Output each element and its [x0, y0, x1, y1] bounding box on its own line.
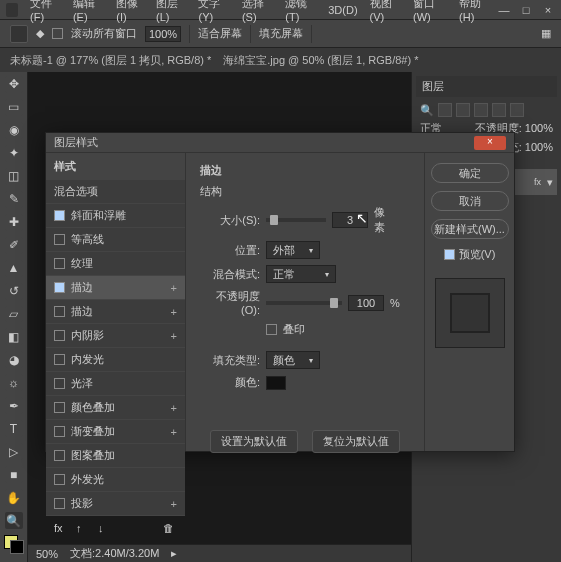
drop-shadow-row[interactable]: 投影+	[46, 492, 185, 516]
filter-shape-icon[interactable]	[492, 103, 506, 117]
add-drop-shadow-icon[interactable]: +	[171, 498, 177, 510]
menu-filter[interactable]: 滤镜(T)	[279, 0, 322, 23]
eyedropper-tool-icon[interactable]: ✎	[5, 191, 23, 208]
trash-icon[interactable]: 🗑	[163, 522, 177, 536]
size-slider[interactable]	[266, 218, 326, 222]
crop-tool-icon[interactable]: ◫	[5, 168, 23, 185]
opacity-value[interactable]: 100%	[525, 122, 553, 134]
stroke-row[interactable]: 描边+	[46, 276, 185, 300]
menu-file[interactable]: 文件(F)	[24, 0, 67, 23]
scroll-all-checkbox[interactable]	[52, 28, 63, 39]
outer-glow-row[interactable]: 外发光	[46, 468, 185, 492]
menu-select[interactable]: 选择(S)	[236, 0, 279, 23]
fx-menu-icon[interactable]: fx	[54, 522, 68, 536]
eraser-tool-icon[interactable]: ▱	[5, 306, 23, 323]
history-brush-tool-icon[interactable]: ↺	[5, 283, 23, 300]
window-minimize-icon[interactable]: —	[497, 4, 511, 16]
add-stroke-icon[interactable]: +	[171, 282, 177, 294]
texture-checkbox[interactable]	[54, 258, 65, 269]
menu-window[interactable]: 窗口(W)	[407, 0, 453, 23]
add-gradient-overlay-icon[interactable]: +	[171, 426, 177, 438]
move-tool-icon[interactable]: ✥	[5, 76, 23, 93]
window-maximize-icon[interactable]: □	[519, 4, 533, 16]
window-close-icon[interactable]: ×	[541, 4, 555, 16]
hand-tool-icon[interactable]: ✋	[5, 489, 23, 506]
pattern-overlay-checkbox[interactable]	[54, 450, 65, 461]
dodge-tool-icon[interactable]: ☼	[5, 374, 23, 391]
stroke2-checkbox[interactable]	[54, 306, 65, 317]
size-input[interactable]: 3	[332, 212, 368, 228]
menu-type[interactable]: 文字(Y)	[192, 0, 235, 23]
cancel-button[interactable]: 取消	[431, 191, 509, 211]
type-tool-icon[interactable]: T	[5, 420, 23, 437]
stamp-tool-icon[interactable]: ▲	[5, 260, 23, 277]
satin-row[interactable]: 光泽	[46, 372, 185, 396]
brush-tool-icon[interactable]: ✐	[5, 237, 23, 254]
filter-type-icon[interactable]	[474, 103, 488, 117]
dialog-titlebar[interactable]: 图层样式 ×	[46, 133, 514, 153]
set-default-button[interactable]: 设置为默认值	[210, 430, 298, 453]
shape-tool-icon[interactable]: ■	[5, 466, 23, 483]
chevron-down-icon[interactable]: ▾	[547, 176, 553, 189]
gear-icon[interactable]: ▦	[541, 27, 551, 40]
menu-view[interactable]: 视图(V)	[364, 0, 407, 23]
outer-glow-checkbox[interactable]	[54, 474, 65, 485]
inner-shadow-checkbox[interactable]	[54, 330, 65, 341]
add-stroke2-icon[interactable]: +	[171, 306, 177, 318]
filltype-select[interactable]: 颜色▾	[266, 351, 320, 369]
contour-row[interactable]: 等高线	[46, 228, 185, 252]
color-swatch[interactable]	[4, 535, 24, 554]
gradient-overlay-row[interactable]: 渐变叠加+	[46, 420, 185, 444]
drop-shadow-checkbox[interactable]	[54, 498, 65, 509]
menu-help[interactable]: 帮助(H)	[453, 0, 497, 23]
ok-button[interactable]: 确定	[431, 163, 509, 183]
layers-panel-title[interactable]: 图层	[416, 76, 557, 97]
doc-tab-1[interactable]: 未标题-1 @ 177% (图层 1 拷贝, RGB/8) *	[10, 53, 211, 68]
color-overlay-checkbox[interactable]	[54, 402, 65, 413]
current-tool-icon[interactable]	[10, 25, 28, 43]
layer-fx-badge[interactable]: fx	[534, 177, 541, 187]
fill-value[interactable]: 100%	[525, 141, 553, 153]
zoom-status[interactable]: 50%	[36, 548, 58, 560]
filter-pixel-icon[interactable]	[438, 103, 452, 117]
filter-smart-icon[interactable]	[510, 103, 524, 117]
color-swatch-button[interactable]	[266, 376, 286, 390]
contour-checkbox[interactable]	[54, 234, 65, 245]
zoom-input[interactable]: 100%	[145, 26, 181, 42]
zoom-tool-icon[interactable]: 🔍	[5, 512, 23, 529]
pen-tool-icon[interactable]: ✒	[5, 397, 23, 414]
heal-tool-icon[interactable]: ✚	[5, 214, 23, 231]
gradient-tool-icon[interactable]: ◧	[5, 328, 23, 345]
marquee-tool-icon[interactable]: ▭	[5, 99, 23, 116]
opacity-slider[interactable]	[266, 301, 342, 305]
add-inner-shadow-icon[interactable]: +	[171, 330, 177, 342]
menu-image[interactable]: 图像(I)	[110, 0, 150, 23]
arrow-up-icon[interactable]: ↑	[76, 522, 90, 536]
satin-checkbox[interactable]	[54, 378, 65, 389]
stroke2-row[interactable]: 描边+	[46, 300, 185, 324]
wand-tool-icon[interactable]: ✦	[5, 145, 23, 162]
gradient-overlay-checkbox[interactable]	[54, 426, 65, 437]
preview-checkbox[interactable]	[444, 249, 455, 260]
inner-shadow-row[interactable]: 内阴影+	[46, 324, 185, 348]
menu-layer[interactable]: 图层(L)	[150, 0, 192, 23]
stroke-checkbox[interactable]	[54, 282, 65, 293]
bevel-row[interactable]: 斜面和浮雕	[46, 204, 185, 228]
fit-screen-button[interactable]: 适合屏幕	[198, 26, 242, 41]
lasso-tool-icon[interactable]: ◉	[5, 122, 23, 139]
new-style-button[interactable]: 新建样式(W)...	[431, 219, 509, 239]
background-color-icon[interactable]	[10, 540, 24, 554]
overprint-checkbox[interactable]	[266, 324, 277, 335]
opacity-input[interactable]: 100	[348, 295, 384, 311]
blend-options-row[interactable]: 混合选项	[46, 180, 185, 204]
bevel-checkbox[interactable]	[54, 210, 65, 221]
reset-default-button[interactable]: 复位为默认值	[312, 430, 400, 453]
dialog-close-button[interactable]: ×	[474, 136, 506, 150]
texture-row[interactable]: 纹理	[46, 252, 185, 276]
blend-mode-select[interactable]: 正常▾	[266, 265, 336, 283]
inner-glow-checkbox[interactable]	[54, 354, 65, 365]
blur-tool-icon[interactable]: ◕	[5, 351, 23, 368]
doc-tab-2[interactable]: 海绵宝宝.jpg @ 50% (图层 1, RGB/8#) *	[223, 53, 418, 68]
pattern-overlay-row[interactable]: 图案叠加	[46, 444, 185, 468]
position-select[interactable]: 外部▾	[266, 241, 320, 259]
